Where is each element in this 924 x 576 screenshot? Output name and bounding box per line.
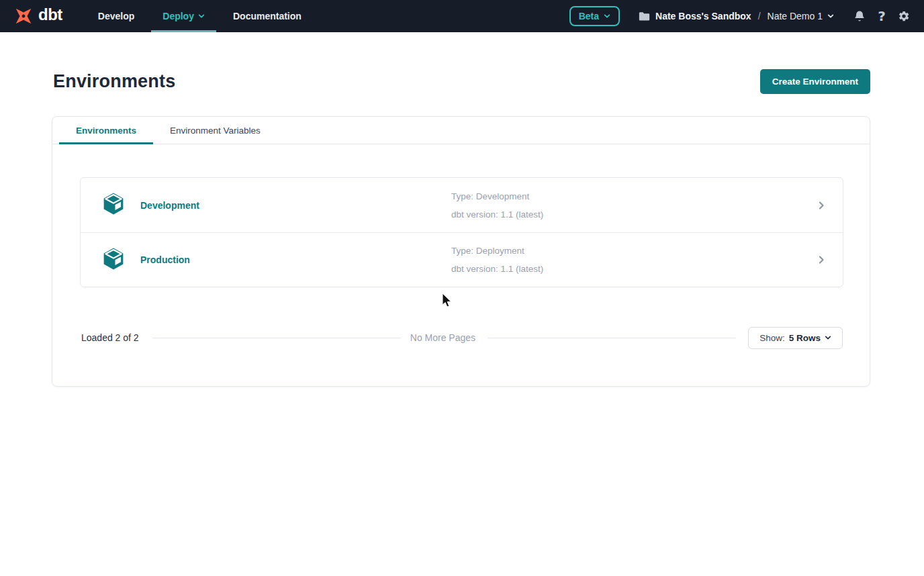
- top-navbar: dbt Develop Deploy Documentation Beta Na…: [0, 0, 924, 32]
- dbt-logo[interactable]: dbt: [0, 6, 75, 26]
- environment-version: dbt version: 1.1 (latest): [451, 209, 543, 220]
- chevron-right-icon[interactable]: [816, 200, 827, 211]
- rows-per-page-dropdown[interactable]: Show: 5 Rows: [748, 327, 843, 349]
- chevron-down-icon: [604, 13, 610, 19]
- environment-list: Development Type: Development dbt versio…: [80, 177, 843, 287]
- environment-name[interactable]: Development: [140, 200, 199, 211]
- cube-icon: [101, 191, 126, 219]
- chevron-down-icon: [198, 13, 205, 19]
- bell-icon[interactable]: [853, 9, 866, 23]
- breadcrumb-separator: /: [757, 11, 762, 21]
- no-more-pages-label: No More Pages: [410, 332, 475, 343]
- divider-line: [488, 338, 736, 338]
- nav-item-develop[interactable]: Develop: [84, 0, 148, 32]
- breadcrumb: Nate Boss's Sandbox / Nate Demo 1: [639, 11, 834, 21]
- beta-dropdown[interactable]: Beta: [569, 6, 620, 26]
- folder-icon: [639, 11, 650, 21]
- environment-row-development[interactable]: Development Type: Development dbt versio…: [81, 178, 843, 232]
- chevron-down-icon: [827, 13, 834, 19]
- tab-environment-variables[interactable]: Environment Variables: [153, 117, 277, 144]
- tab-environments[interactable]: Environments: [59, 117, 153, 144]
- pagination-footer: Loaded 2 of 2 No More Pages Show: 5 Rows: [52, 305, 870, 370]
- page-title: Environments: [53, 71, 175, 92]
- loaded-count: Loaded 2 of 2: [81, 332, 139, 343]
- environment-row-production[interactable]: Production Type: Deployment dbt version:…: [81, 232, 843, 287]
- environment-type: Type: Development: [451, 191, 543, 201]
- environments-card: Environments Environment Variables Devel…: [52, 116, 870, 387]
- chevron-down-icon: [825, 334, 831, 341]
- nav-item-deploy[interactable]: Deploy: [148, 0, 219, 32]
- dbt-pinwheel-icon: [13, 6, 34, 26]
- project-selector[interactable]: Nate Demo 1: [768, 11, 834, 21]
- dbt-logo-text: dbt: [38, 7, 62, 26]
- environment-version: dbt version: 1.1 (latest): [451, 264, 543, 274]
- environment-name[interactable]: Production: [140, 254, 190, 265]
- help-icon[interactable]: ?: [875, 9, 888, 23]
- tab-bar: Environments Environment Variables: [52, 117, 870, 144]
- create-environment-button[interactable]: Create Environment: [760, 69, 870, 94]
- cube-icon: [101, 246, 126, 274]
- divider-line: [152, 338, 401, 338]
- account-name[interactable]: Nate Boss's Sandbox: [655, 11, 751, 21]
- chevron-right-icon[interactable]: [816, 254, 827, 265]
- gear-icon[interactable]: [897, 9, 911, 23]
- primary-nav: Develop Deploy Documentation: [84, 0, 316, 32]
- environment-type: Type: Deployment: [451, 246, 543, 256]
- nav-item-documentation[interactable]: Documentation: [219, 0, 316, 32]
